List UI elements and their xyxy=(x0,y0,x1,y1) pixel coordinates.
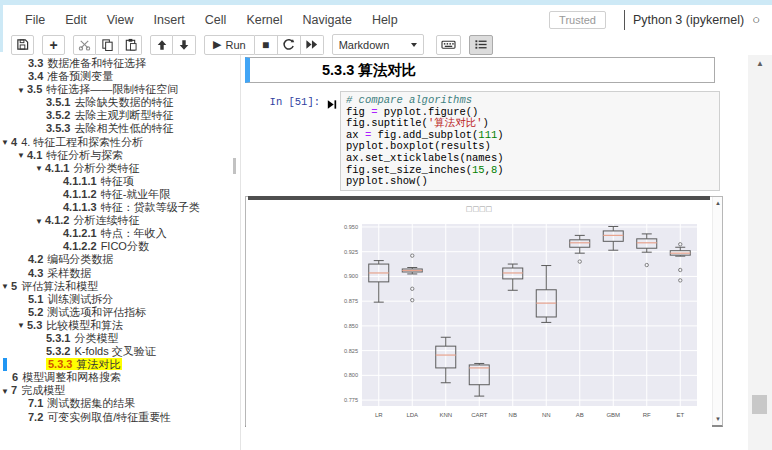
code-cell-input[interactable]: # compare algorithmsfig = pyplot.figure(… xyxy=(340,91,720,191)
restart-kernel-button[interactable] xyxy=(278,35,301,55)
collapse-arrow-icon[interactable]: ▼ xyxy=(35,162,45,175)
toc-item-3-4[interactable]: 3.4准备预测变量 xyxy=(0,70,240,83)
collapse-arrow-icon[interactable]: ▼ xyxy=(17,149,27,162)
output-scroll-down-icon[interactable]: ▼ xyxy=(713,416,723,422)
toc-item-7[interactable]: ▼7完成模型 xyxy=(0,384,240,397)
toc-item-4[interactable]: ▼44. 特征工程和探索性分析 xyxy=(0,136,240,149)
toc-item-number: 7.2 xyxy=(28,411,43,423)
menu-item-edit[interactable]: Edit xyxy=(55,13,97,27)
code-token-string: '算法对比' xyxy=(428,117,483,129)
toc-item-text: ▼4.1.2分析连续特征 xyxy=(46,214,139,226)
collapse-arrow-icon[interactable]: ▼ xyxy=(1,280,11,293)
toc-item-3-5[interactable]: ▼3.5特征选择——限制特征空间 xyxy=(0,83,240,96)
toc-item-5-3[interactable]: ▼5.3比较模型和算法 xyxy=(0,319,240,332)
toc-item-4-1-2-2[interactable]: 4.1.2.2FICO分数 xyxy=(0,240,240,253)
menu-item-view[interactable]: View xyxy=(97,13,144,27)
menu-item-insert[interactable]: Insert xyxy=(144,13,195,27)
toc-item-label: 去除缺失数据的特征 xyxy=(74,96,173,108)
toc-item-4-3[interactable]: 4.3采样数据 xyxy=(0,267,240,280)
toc-item-5-3-2[interactable]: 5.3.2K-folds 交叉验证 xyxy=(0,345,240,358)
menu-item-help[interactable]: Help xyxy=(362,13,408,27)
run-cell-button[interactable]: ▶ Run xyxy=(204,35,255,55)
code-token: ) xyxy=(497,164,503,176)
toc-item-5-3-3[interactable]: 5.3.3算法对比 xyxy=(0,358,240,371)
move-down-icon xyxy=(178,39,190,51)
page-scrollbar-thumb[interactable] xyxy=(752,395,767,414)
notebook-area: 5.3.3 算法对比 In [51]: # compare algorithms… xyxy=(241,55,746,450)
toc-item-4-1-1-3[interactable]: 4.1.1.3特征：贷款等级子类 xyxy=(0,201,240,214)
toc-item-text: 3.3数据准备和特征选择 xyxy=(28,57,146,69)
toc-item-3-5-1[interactable]: 3.5.1去除缺失数据的特征 xyxy=(0,96,240,109)
toc-item-5[interactable]: ▼5评估算法和模型 xyxy=(0,280,240,293)
collapse-arrow-icon[interactable]: ▼ xyxy=(35,215,45,228)
toc-item-number: 4.1 xyxy=(27,149,42,161)
interrupt-kernel-button[interactable]: ■ xyxy=(255,35,278,55)
toc-item-4-2[interactable]: 4.2编码分类数据 xyxy=(0,253,240,266)
paste-cell-button[interactable] xyxy=(119,35,142,55)
toc-item-4-1[interactable]: ▼4.1特征分析与探索 xyxy=(0,149,240,162)
toc-item-5-1[interactable]: 5.1训练测试拆分 xyxy=(0,293,240,306)
toc-item-label: 特点：年收入 xyxy=(101,227,167,239)
menu-item-file[interactable]: File xyxy=(15,13,55,27)
input-prompt: In [51]: xyxy=(245,96,320,108)
cell-type-select[interactable]: Markdown xyxy=(332,34,424,55)
toc-item-4-1-1[interactable]: ▼4.1.1分析分类特征 xyxy=(0,162,240,175)
toc-item-text: 3.4准备预测变量 xyxy=(28,70,113,82)
toc-item-3-3[interactable]: 3.3数据准备和特征选择 xyxy=(0,57,240,70)
toc-item-3-5-3[interactable]: 3.5.3去除相关性低的特征 xyxy=(0,122,240,135)
trusted-button[interactable]: Trusted xyxy=(549,11,606,29)
markdown-cell-selected[interactable]: 5.3.3 算法对比 xyxy=(245,57,715,83)
sidebar-scrollbar-thumb[interactable] xyxy=(233,158,236,174)
add-cell-button[interactable]: + xyxy=(42,35,65,55)
move-cell-down-button[interactable] xyxy=(173,35,196,55)
code-token: pyplot.boxplot(results) xyxy=(346,140,491,152)
toc-item-4-1-2-1[interactable]: 4.1.2.1特点：年收入 xyxy=(0,227,240,240)
toc-item-4-1-1-1[interactable]: 4.1.1.1特征项 xyxy=(0,175,240,188)
toc-item-3-5-2[interactable]: 3.5.2去除主观判断型特征 xyxy=(0,109,240,122)
toc-item-7-2[interactable]: 7.2可变实例取值/特征重要性 xyxy=(0,411,240,424)
toc-item-label: 特征分析与探索 xyxy=(46,149,123,161)
x-tick-label: LR xyxy=(375,412,383,418)
figure-suptitle-tofu: □□□□ xyxy=(466,205,492,213)
menu-item-kernel[interactable]: Kernel xyxy=(236,13,292,27)
move-cell-up-button[interactable] xyxy=(150,35,173,55)
toc-item-number: 3.5.3 xyxy=(46,122,70,134)
menu-item-cell[interactable]: Cell xyxy=(195,13,237,27)
x-tick-label: NN xyxy=(542,412,551,418)
toc-item-label: 算法对比 xyxy=(76,358,120,370)
code-token: ax xyxy=(346,129,365,141)
page-scrollbar[interactable]: ▲ xyxy=(748,55,772,450)
command-palette-button[interactable] xyxy=(436,35,461,55)
copy-cell-button[interactable] xyxy=(96,35,119,55)
collapse-arrow-icon[interactable]: ▼ xyxy=(17,84,27,97)
page-scroll-up-icon[interactable]: ▲ xyxy=(748,59,772,68)
toc-item-6[interactable]: 6模型调整和网格搜索 xyxy=(0,371,240,384)
toc-item-label: 4. 特征工程和探索性分析 xyxy=(21,136,143,148)
toc-item-text: 5.1训练测试拆分 xyxy=(28,293,113,305)
toc-item-4-1-1-2[interactable]: 4.1.1.2特征-就业年限 xyxy=(0,188,240,201)
restart-run-all-button[interactable] xyxy=(301,35,324,55)
x-tick-label: AB xyxy=(576,412,584,418)
menu-item-navigate[interactable]: Navigate xyxy=(293,13,362,27)
toc-item-5-2[interactable]: 5.2测试选项和评估指标 xyxy=(0,306,240,319)
copy-icon xyxy=(101,38,114,51)
x-tick-label: NB xyxy=(509,412,517,418)
toc-item-number: 5.3.1 xyxy=(46,332,70,344)
toc-item-5-3-1[interactable]: 5.3.1分类模型 xyxy=(0,332,240,345)
run-marker-icon xyxy=(327,96,337,114)
cut-cell-button[interactable] xyxy=(73,35,96,55)
output-scrollbar[interactable]: ▲ ▼ xyxy=(712,197,722,425)
collapse-arrow-icon[interactable]: ▼ xyxy=(17,319,27,332)
toc-item-label: 特征项 xyxy=(101,175,134,187)
toc-item-number: 4.1.2.2 xyxy=(63,240,97,252)
save-button[interactable] xyxy=(11,35,34,55)
toc-item-7-1[interactable]: 7.1测试数据集的结果 xyxy=(0,397,240,410)
toc-toggle-button[interactable] xyxy=(469,35,493,55)
toc-item-text: 5.3.3算法对比 xyxy=(46,358,122,370)
toc-item-4-1-2[interactable]: ▼4.1.2分析连续特征 xyxy=(0,214,240,227)
code-token: ax.set_xticklabels(names) xyxy=(346,152,504,164)
output-scroll-up-icon[interactable]: ▲ xyxy=(713,200,723,206)
toc-item-text: 3.5.2去除主观判断型特征 xyxy=(46,109,173,121)
collapse-arrow-icon[interactable]: ▼ xyxy=(1,385,11,398)
collapse-arrow-icon[interactable]: ▼ xyxy=(1,136,11,149)
